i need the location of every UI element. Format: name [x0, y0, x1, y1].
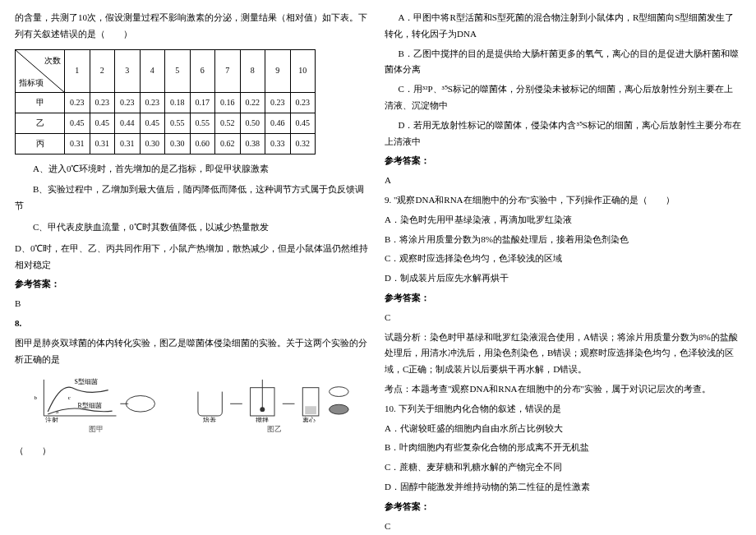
table-row: 乙 0.45 0.45 0.44 0.45 0.55 0.55 0.52 0.5…: [16, 113, 316, 133]
col-7: 7: [215, 49, 241, 92]
q9-point: 考点：本题考查"观察DNA和RNA在细胞中的分布"实验，属于对识记层次的考查。: [385, 381, 741, 398]
col-6: 6: [190, 49, 215, 92]
q9-analysis: 试题分析：染色时甲基绿和吡罗红染液混合使用，A错误；将涂片用质量分数为8%的盐酸…: [385, 330, 741, 378]
q9-text: 9. "观察DNA和RNA在细胞中的分布"实验中，下列操作正确的是（ ）: [385, 192, 741, 209]
col-4: 4: [140, 49, 165, 92]
q10-d: D．固醇中能激发并维持动物的第二性征的是性激素: [385, 479, 741, 496]
answer-title: 参考答案：: [15, 276, 371, 293]
r-option-c: C．用³²P、³⁵S标记的噬菌体，分别侵染未被标记的细菌，离心后放射性分别主要在…: [385, 81, 741, 114]
col-3: 3: [115, 49, 141, 92]
col-8: 8: [240, 49, 265, 92]
svg-text:培养: 培养: [201, 417, 215, 422]
r-answer-title: 参考答案：: [385, 153, 741, 169]
q9-answer-value: C: [385, 310, 741, 326]
answer-value: B: [15, 296, 371, 312]
col-1: 1: [65, 49, 90, 92]
svg-point-8: [126, 395, 154, 412]
svg-point-18: [329, 387, 348, 397]
col-9: 9: [265, 49, 291, 92]
q8-text: 图甲是肺炎双球菌的体内转化实验，图乙是噬菌体侵染细菌的实验。关于这两个实验的分析…: [15, 335, 371, 368]
r-option-b: B．乙图中搅拌的目的是提供给大肠杆菌更多的氧气，离心的目的是促进大肠杆菌和噬菌体…: [385, 46, 741, 79]
svg-text:a: a: [56, 408, 58, 414]
svg-point-14: [260, 407, 265, 412]
svg-rect-17: [305, 406, 316, 414]
q9-a: A．染色时先用甲基绿染液，再滴加吡罗红染液: [385, 212, 741, 228]
svg-text:c: c: [67, 394, 70, 400]
r-answer-value: A: [385, 173, 741, 189]
svg-text:R型细菌: R型细菌: [77, 402, 101, 409]
col-10: 10: [290, 49, 316, 92]
fig-left-label: 图甲: [89, 422, 104, 436]
q10-text: 10. 下列关于细胞内化合物的叙述，错误的是: [385, 401, 741, 417]
table-row: 丙 0.31 0.31 0.31 0.30 0.30 0.60 0.62 0.3…: [16, 133, 316, 154]
table-col-header: 次数: [44, 53, 61, 68]
row-name-jia: 甲: [16, 92, 65, 113]
q8-paren: （ ）: [15, 443, 371, 459]
col-5: 5: [165, 49, 191, 92]
q8-number: 8.: [15, 316, 371, 332]
q9-c: C．观察时应选择染色均匀，色泽较浅的区域: [385, 251, 741, 267]
q10-answer-value: C: [385, 519, 741, 535]
row-name-bing: 丙: [16, 133, 65, 154]
q10-answer-title: 参考答案：: [385, 499, 741, 515]
option-a: A、进入0℃环境时，首先增加的是乙指标，即促甲状腺激素: [15, 161, 371, 178]
data-table: 次数 指标项 1 2 3 4 5 6 7 8 9 10 甲 0.23 0.23 …: [15, 49, 316, 155]
figure-jia: S型细菌 R型细菌 b a c 注射 图甲: [22, 375, 170, 436]
col-2: 2: [90, 49, 115, 92]
table-row: 甲 0.23 0.23 0.23 0.23 0.18 0.17 0.16 0.2…: [16, 92, 316, 113]
svg-text:S型细菌: S型细菌: [74, 378, 97, 385]
figure-container: S型细菌 R型细菌 b a c 注射 图甲: [15, 372, 371, 438]
option-b: B、实验过程中，乙增加到最大值后，随丙降低而降低，这种调节方式属于负反馈调节: [15, 182, 371, 214]
q9-answer-title: 参考答案：: [385, 290, 741, 307]
intro-text: 的含量，共测了10次，假设测量过程不影响激素的分泌，测量结果（相对值）如下表。下…: [15, 10, 371, 43]
option-c: C、甲代表皮肤血流量，0℃时其数值降低，以减少热量散发: [15, 219, 371, 236]
r-option-a: A．甲图中将R型活菌和S型死菌的混合物注射到小鼠体内，R型细菌向S型细菌发生了转…: [385, 10, 741, 43]
q10-b: B．叶肉细胞内有些复杂化合物的形成离不开无机盐: [385, 440, 741, 456]
svg-point-19: [329, 404, 348, 414]
q10-a: A．代谢较旺盛的细胞内自由水所占比例较大: [385, 421, 741, 437]
q9-b: B．将涂片用质量分数为8%的盐酸处理后，接着用染色剂染色: [385, 232, 741, 248]
svg-text:注射: 注射: [45, 417, 58, 422]
row-name-yi: 乙: [16, 113, 65, 133]
r-option-d: D．若用无放射性标记的噬菌体，侵染体内含³⁵S标记的细菌，离心后放射性主要分布在…: [385, 118, 741, 150]
table-row-header: 指标项: [19, 76, 44, 90]
q10-c: C．蔗糖、麦芽糖和乳糖水解的产物完全不同: [385, 459, 741, 476]
q9-d: D．制成装片后应先水解再烘干: [385, 270, 741, 287]
svg-text:离心: 离心: [302, 417, 316, 422]
figure-yi: 培养 搅拌 离心 图乙: [184, 375, 365, 436]
svg-text:b: b: [34, 394, 37, 400]
fig-right-label: 图乙: [267, 422, 282, 436]
svg-text:搅拌: 搅拌: [256, 417, 269, 422]
option-d: D、0℃时，在甲、乙、丙共同作用下，小鼠产热增加，散热减少，但是小鼠体温仍然维持…: [15, 241, 371, 274]
